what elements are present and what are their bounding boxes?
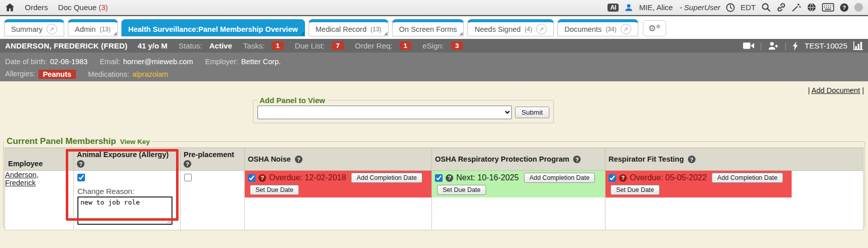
view-key-link[interactable]: View Key [120,138,150,145]
osha-noise-cell: ? Overdue: 12-02-2018 Add Completion Dat… [245,171,432,230]
tasks-badge[interactable]: 1 [272,41,284,50]
column-header-respirator-fit: Respirator Fit Testing ? [605,148,863,171]
column-header-osha-respiratory: OSHA Respiratory Protection Program ? [432,148,605,171]
tab-documents[interactable]: Documents (34) ↗ [557,19,638,36]
osha-noise-status-banner: ? Overdue: 12-02-2018 Add Completion Dat… [245,171,431,197]
email-value: horner@mieweb.com [123,58,193,66]
wand-icon[interactable] [792,3,801,12]
tab-settings[interactable]: ⚙⚙ [643,20,666,36]
patient-age-sex: 41 y/o M [138,41,167,50]
order-req-badge[interactable]: 1 [400,41,412,50]
nav-orders[interactable]: Orders [25,3,48,12]
user-icon [624,3,633,12]
column-header-employee: Employee [5,148,74,171]
tab-admin[interactable]: Admin (13) [68,19,117,36]
search-icon[interactable] [761,3,771,12]
osha-respiratory-status: Next: 10-16-2025 [456,173,519,182]
tab-summary[interactable]: Summary ↗ [4,19,64,36]
esign-label: eSign: [422,41,444,50]
clock-icon[interactable] [726,3,735,12]
osha-noise-checkbox[interactable] [248,174,255,182]
svg-text:?: ? [843,4,846,10]
membership-title: Current Panel Membership [7,136,116,146]
due-list-label: Due List: [295,41,325,50]
pre-placement-cell [181,171,245,230]
pre-placement-checkbox[interactable] [184,174,192,181]
home-icon[interactable] [5,3,15,12]
allergies-label: Allergies: [5,70,35,79]
add-completion-date-button[interactable]: Add Completion Date [524,173,595,183]
external-link-icon[interactable]: ↗ [621,24,631,34]
dob-label: Date of birth: [5,58,47,66]
chart-id: TEST-10025 [805,41,847,50]
panel-select[interactable] [257,106,512,119]
dob-value: 02-08-1983 [50,58,88,66]
employee-link[interactable]: Anderson, Frederick [5,171,51,187]
globe-icon[interactable] [807,3,816,12]
help-icon[interactable]: ? [77,160,84,168]
animal-exposure-checkbox[interactable] [77,174,85,181]
add-completion-date-button[interactable]: Add Completion Date [712,173,783,183]
order-req-label: Order Req: [355,41,393,50]
set-due-date-button[interactable]: Set Due Date [611,185,660,195]
respirator-fit-status: Overdue: 05-05-2022 [630,173,707,182]
help-icon[interactable]: ? [840,3,849,12]
email-label: Email: [100,58,120,66]
medication-value[interactable]: alprazolam [132,70,168,78]
add-panel-fieldset: Add Panel to View Submit [253,96,554,123]
add-document-link[interactable]: Add Document [811,86,860,94]
external-link-icon[interactable]: ↗ [47,24,57,34]
panel-membership-table: Employee Animal Exposure (Allergy) ? Pre… [5,147,863,230]
user-role: - SuperUser [679,3,720,12]
tab-strip: Summary ↗ Admin (13) Health Surveillance… [0,15,868,39]
video-camera-icon[interactable] [743,42,754,49]
top-navigation-bar: Orders Doc Queue (3) AI MIE, Alice - Sup… [0,0,868,15]
ai-badge[interactable]: AI [607,4,619,12]
external-link-icon[interactable]: ↗ [536,24,547,34]
osha-respiratory-status-banner: ? Next: 10-16-2025 Add Completion Date S… [432,171,605,197]
status-dot-icon [854,3,863,12]
respirator-fit-date: 05-05-2022 [665,173,707,182]
tab-health-surveillance[interactable]: Health Surveillance:Panel Membership Ove… [121,19,305,36]
change-reason-label: Change Reason: [77,187,177,195]
add-document-link-wrap: | Add Document | [808,86,864,94]
set-due-date-button[interactable]: Set Due Date [437,185,486,195]
tab-needs-signed[interactable]: Needs Signed (4) ↗ [467,19,554,36]
bar-chart-icon[interactable] [853,41,863,50]
allergy-badge[interactable]: Peanuts [38,70,76,79]
keyboard-icon[interactable] [822,3,834,12]
link-icon[interactable] [776,3,786,12]
help-icon[interactable]: ? [573,156,581,163]
help-icon[interactable]: ? [184,160,191,168]
patient-info-section: Date of birth: 02-08-1983 Email: horner@… [0,53,868,81]
tab-medical-record[interactable]: Medical Record (13) [309,19,388,36]
user-name[interactable]: MIE, Alice [639,3,673,12]
help-icon[interactable]: ? [295,156,302,163]
add-person-icon[interactable] [768,41,778,50]
respirator-fit-status-banner: ? Overdue: 05-05-2022 Add Completion Dat… [605,171,792,197]
employer-value: Better Corp. [241,58,281,66]
respirator-fit-checkbox[interactable] [609,174,616,182]
set-due-date-button[interactable]: Set Due Date [250,185,299,195]
change-reason-textarea[interactable]: new to job role [77,196,172,225]
nav-doc-queue[interactable]: Doc Queue (3) [58,3,108,12]
settings-gear-icon: ⚙⚙ [648,24,661,33]
submit-button[interactable]: Submit [515,107,549,118]
lightning-bolt-icon[interactable] [793,41,799,51]
help-icon[interactable]: ? [446,174,453,182]
patient-header-bar: ANDERSON, FREDERICK (FRED) 41 y/o M Stat… [0,39,868,53]
help-icon[interactable]: ? [619,174,627,182]
respirator-fit-cell: ? Overdue: 05-05-2022 Add Completion Dat… [605,171,863,230]
column-header-osha-noise: OSHA Noise ? [245,148,432,171]
help-icon[interactable]: ? [688,156,696,163]
app-screen: Orders Doc Queue (3) AI MIE, Alice - Sup… [0,0,868,248]
tab-on-screen-forms[interactable]: On Screen Forms [392,19,464,36]
help-icon[interactable]: ? [258,174,266,182]
add-completion-date-button[interactable]: Add Completion Date [351,173,422,183]
table-row: Anderson, Frederick Change Reason: new t… [5,171,863,230]
osha-respiratory-checkbox[interactable] [435,174,443,182]
due-list-badge[interactable]: 7 [332,41,344,50]
osha-noise-date: 12-02-2018 [305,173,346,182]
patient-name: ANDERSON, FREDERICK (FRED) [5,41,127,50]
esign-badge[interactable]: 3 [451,41,463,50]
